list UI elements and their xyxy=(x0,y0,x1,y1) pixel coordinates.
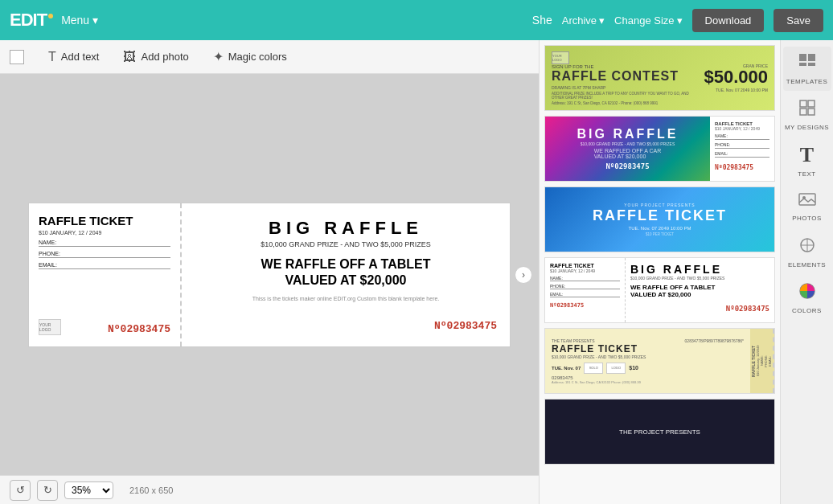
tmpl4-right-title: BIG RAFFLE xyxy=(630,263,769,276)
templates-icon xyxy=(798,53,816,75)
main-layout: T Add text 🖼 Add photo ✦ Magic colors RA… xyxy=(0,40,833,504)
archive-chevron-icon: ▾ xyxy=(599,14,605,27)
svg-rect-8 xyxy=(799,194,815,205)
tmpl3-desc: $10 PER TICKET xyxy=(646,232,674,236)
colors-icon xyxy=(798,282,816,304)
logo-dot xyxy=(48,14,53,18)
tmpl4-left-title: RAFFLE TICKET xyxy=(550,263,620,268)
tmpl4-right-prize: $10,000 GRAND PRIZE - AND TWO $5,000 PRI… xyxy=(630,276,769,281)
header-right: She Archive ▾ Change Size ▾ Download Sav… xyxy=(532,9,823,32)
tmpl5-addr: Address: 191 C St, San Diego, CA 92102 P… xyxy=(552,380,744,384)
tmpl2-email: EMAIL: xyxy=(715,151,769,158)
tmpl2-left: BIG RAFFLE $10,000 GRAND PRIZE - AND TWO… xyxy=(545,117,710,181)
add-photo-button[interactable]: 🖼 Add photo xyxy=(123,50,188,64)
logo-text: EDIT xyxy=(10,10,47,31)
app-header: EDIT Menu ▾ She Archive ▾ Change Size ▾ … xyxy=(0,0,833,40)
template-card-5[interactable]: THE TEAM PRESENTS 02834778/P989778987987… xyxy=(544,328,775,394)
tmpl2-raffle: WE RAFFLED OFF A CARVALUED AT $20,000 xyxy=(594,148,662,159)
menu-chevron-icon: ▾ xyxy=(92,14,98,27)
panel-my-designs[interactable]: MY DESIGNS xyxy=(783,92,831,137)
change-size-button[interactable]: Change Size ▾ xyxy=(614,14,682,27)
tmpl4-right: BIG RAFFLE $10,000 GRAND PRIZE - AND TWO… xyxy=(626,258,774,322)
panel-templates[interactable]: TEMPLATES xyxy=(783,47,831,91)
ticket-description: Thiss is the tickets maker online EDIT.o… xyxy=(195,296,497,301)
canvas-area: T Add text 🖼 Add photo ✦ Magic colors RA… xyxy=(0,40,539,504)
template-preview-2: BIG RAFFLE $10,000 GRAND PRIZE - AND TWO… xyxy=(545,117,774,181)
tmpl6-text: THE PROJECT PRESENTS xyxy=(619,428,700,436)
templates-panel: YOUR LOGO Sign up for the RAFFLE CONTEST… xyxy=(539,40,780,504)
tmpl2-prize: $10,000 GRAND PRIZE - AND TWO $5,000 PRI… xyxy=(581,141,675,146)
tmpl5-solo-box: SOLO xyxy=(584,363,603,374)
menu-button[interactable]: Menu ▾ xyxy=(61,14,98,27)
photos-icon xyxy=(798,191,816,211)
add-text-button[interactable]: T Add text xyxy=(48,50,99,64)
svg-rect-5 xyxy=(808,100,815,107)
tmpl2-phone: PHONE: xyxy=(715,142,769,149)
panel-elements[interactable]: ELEMENTS xyxy=(783,230,831,274)
svg-rect-2 xyxy=(799,63,806,66)
template-card-2[interactable]: BIG RAFFLE $10,000 GRAND PRIZE - AND TWO… xyxy=(544,116,775,182)
canvas-workspace[interactable]: RAFFLE TICKET $10 JANUARY, 12 / 2049 NAM… xyxy=(0,74,539,475)
tmpl1-sub: DRAWING IS AT 7PM SHARP xyxy=(552,85,696,90)
template-card-4[interactable]: RAFFLE TICKET $10 JANUARY, 12 / 2049 NAM… xyxy=(544,257,775,323)
ticket-stub-subtitle: $10 JANUARY, 12 / 2049 xyxy=(39,230,170,236)
tmpl2-num: Nº02983475 xyxy=(605,162,649,170)
ticket-main-title: BIG RAFFLE xyxy=(195,218,497,239)
tmpl1-price: $50.000 xyxy=(696,68,768,86)
save-button[interactable]: Save xyxy=(774,9,823,32)
panel-photos[interactable]: PHOTOS xyxy=(783,184,831,228)
download-button[interactable]: Download xyxy=(692,9,765,32)
svg-rect-6 xyxy=(800,109,806,115)
ticket-main: BIG RAFFLE $10,000 GRAND PRIZE - AND TWO… xyxy=(182,203,510,346)
panel-colors[interactable]: COLORS xyxy=(783,276,831,320)
magic-colors-button[interactable]: ✦ Magic colors xyxy=(213,49,287,64)
template-preview-6: THE PROJECT PRESENTS xyxy=(545,400,774,464)
change-size-chevron-icon: ▾ xyxy=(677,14,683,27)
template-card-1[interactable]: YOUR LOGO Sign up for the RAFFLE CONTEST… xyxy=(544,45,775,111)
ticket-stub-bottom: YOUR LOGO Nº02983475 xyxy=(39,319,170,335)
template-card-3[interactable]: YOUR PROJECT PRESENTS RAFFLE TICKET TUE.… xyxy=(544,186,775,252)
tmpl1-left: YOUR LOGO Sign up for the RAFFLE CONTEST… xyxy=(552,51,696,105)
tmpl1-title: RAFFLE CONTEST xyxy=(552,69,696,84)
template-preview-5: THE TEAM PRESENTS 02834778/P989778987987… xyxy=(545,329,774,393)
text-label: TEXT xyxy=(798,170,815,178)
templates-label: TEMPLATES xyxy=(786,78,827,85)
template-card-6[interactable]: THE PROJECT PRESENTS xyxy=(544,399,775,465)
ticket-stub: RAFFLE TICKET $10 JANUARY, 12 / 2049 NAM… xyxy=(29,203,182,346)
tmpl5-main: THE TEAM PRESENTS 02834778/P989778987987… xyxy=(545,329,750,393)
photo-icon: 🖼 xyxy=(123,50,136,64)
toolbar: T Add text 🖼 Add photo ✦ Magic colors xyxy=(0,40,539,74)
panel-text[interactable]: T TEXT xyxy=(783,138,831,182)
select-all-checkbox[interactable] xyxy=(10,50,24,64)
svg-rect-7 xyxy=(808,109,815,115)
archive-button[interactable]: Archive ▾ xyxy=(562,14,605,27)
ticket-stub-title: RAFFLE TICKET xyxy=(39,215,170,228)
colors-label: COLORS xyxy=(792,307,822,314)
tmpl1-details: ADDITIONAL PRIZE INCLUDE A TRIP TO ANY C… xyxy=(552,92,696,100)
tmpl4-email: EMAIL: xyxy=(550,292,620,297)
zoom-select[interactable]: 35% 50% 75% 100% xyxy=(64,481,113,499)
tmpl4-right-main: WE RAFFLE OFF A TABLETVALUED AT $20,000 xyxy=(630,284,769,298)
tmpl3-date: TUE. Nov. 07 2049 10:00 PM xyxy=(629,226,691,231)
svg-rect-4 xyxy=(800,100,806,107)
tmpl4-name: NAME: xyxy=(550,276,620,281)
tmpl3-title: RAFFLE TICKET xyxy=(593,207,727,224)
tmpl4-right-num: Nº02983475 xyxy=(630,305,769,313)
my-designs-label: MY DESIGNS xyxy=(785,124,829,131)
tmpl1-logo: YOUR LOGO xyxy=(552,51,569,64)
tmpl1-date: TUE. Nov. 07 2049 10:00 PM xyxy=(696,88,768,92)
canvas-next-chevron[interactable]: › xyxy=(515,266,532,284)
tmpl2-name: NAME: xyxy=(715,133,769,140)
tmpl5-date: TUE. Nov. 07 xyxy=(552,366,581,371)
tmpl5-stub: RAFFLE TICKET $10 January, 12/2049 NAME:… xyxy=(750,329,774,393)
ticket-design[interactable]: RAFFLE TICKET $10 JANUARY, 12 / 2049 NAM… xyxy=(28,203,511,347)
my-designs-icon xyxy=(798,99,816,121)
redo-button[interactable]: ↻ xyxy=(37,480,58,501)
menu-label: Menu xyxy=(61,14,89,27)
canvas-footer: ↺ ↻ 35% 50% 75% 100% 2160 x 650 xyxy=(0,475,539,504)
text-panel-icon: T xyxy=(800,143,814,167)
undo-button[interactable]: ↺ xyxy=(10,480,31,501)
tmpl1-address: Address: 191 C St, San Diego, CA 92102 -… xyxy=(552,101,696,105)
tmpl4-left-num: Nº02983475 xyxy=(550,302,620,309)
magic-icon: ✦ xyxy=(213,49,224,64)
